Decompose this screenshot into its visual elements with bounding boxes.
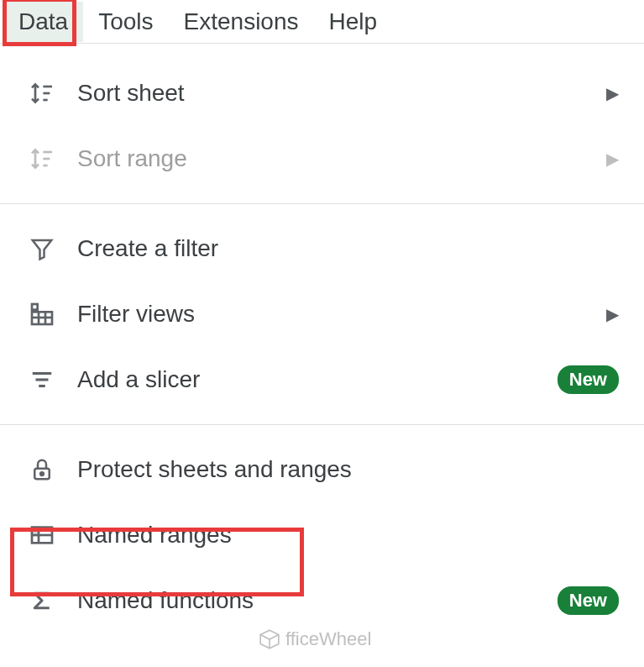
menu-label: Add a slicer — [77, 366, 558, 393]
menubar-item-extensions[interactable]: Extensions — [169, 2, 314, 42]
new-badge: New — [558, 586, 619, 615]
menu-item-sort-range: Sort range ▶ — [0, 126, 644, 192]
menu-item-create-filter[interactable]: Create a filter — [0, 216, 644, 281]
menu-label: Protect sheets and ranges — [77, 456, 619, 483]
svg-marker-6 — [33, 240, 52, 260]
new-badge: New — [558, 365, 619, 394]
menubar: Data Tools Extensions Help — [0, 0, 644, 44]
menu-label: Create a filter — [77, 235, 619, 262]
menu-label: Sort range — [77, 145, 606, 172]
named-ranges-icon — [25, 518, 59, 552]
submenu-arrow-icon: ▶ — [606, 304, 619, 324]
menu-item-protect-sheets[interactable]: Protect sheets and ranges — [0, 437, 644, 502]
filter-views-icon — [25, 297, 59, 331]
menu-item-named-functions[interactable]: Named functions New — [0, 568, 644, 633]
filter-icon — [25, 232, 59, 265]
divider — [0, 424, 644, 425]
lock-icon — [25, 453, 59, 486]
slicer-icon — [25, 363, 59, 397]
svg-rect-20 — [32, 528, 39, 535]
menu-item-sort-sheet[interactable]: Sort sheet ▶ — [0, 60, 644, 126]
sort-range-icon — [25, 142, 59, 176]
menu-item-add-slicer[interactable]: Add a slicer New — [0, 347, 644, 412]
menubar-item-data[interactable]: Data — [3, 2, 83, 42]
menu-label: Filter views — [77, 301, 606, 328]
submenu-arrow-icon: ▶ — [606, 83, 619, 103]
menu-label: Named functions — [77, 587, 558, 614]
submenu-arrow-icon: ▶ — [606, 149, 619, 169]
divider — [0, 203, 644, 204]
svg-rect-7 — [32, 304, 38, 310]
menu-label: Named ranges — [77, 522, 619, 549]
svg-point-16 — [40, 472, 44, 475]
menu-item-named-ranges[interactable]: Named ranges — [0, 502, 644, 568]
sort-sheet-icon — [25, 76, 59, 110]
sigma-icon — [25, 584, 59, 617]
menu-label: Sort sheet — [77, 80, 606, 107]
menu-item-filter-views[interactable]: Filter views ▶ — [0, 281, 644, 347]
menubar-item-tools[interactable]: Tools — [83, 2, 168, 42]
dropdown-menu: Sort sheet ▶ Sort range ▶ Create a filte… — [0, 44, 644, 633]
menubar-item-help[interactable]: Help — [314, 2, 393, 42]
